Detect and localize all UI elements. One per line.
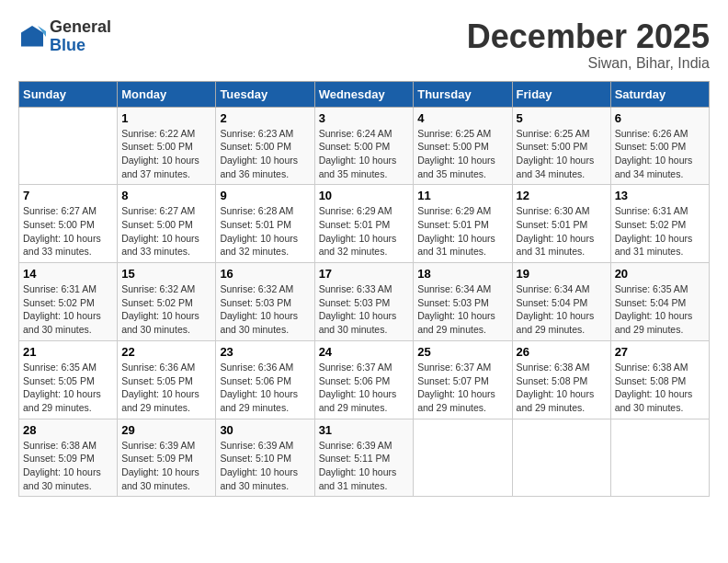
day-info: Sunrise: 6:27 AMSunset: 5:00 PMDaylight:… bbox=[121, 205, 199, 257]
day-info: Sunrise: 6:38 AMSunset: 5:08 PMDaylight:… bbox=[615, 362, 693, 413]
calendar-cell: 2Sunrise: 6:23 AMSunset: 5:00 PMDaylight… bbox=[216, 107, 314, 185]
calendar-cell: 1Sunrise: 6:22 AMSunset: 5:00 PMDaylight… bbox=[118, 107, 216, 185]
calendar-cell: 25Sunrise: 6:37 AMSunset: 5:07 PMDayligh… bbox=[414, 340, 512, 419]
calendar-cell: 20Sunrise: 6:35 AMSunset: 5:04 PMDayligh… bbox=[610, 263, 709, 341]
day-number: 10 bbox=[319, 189, 410, 202]
calendar-cell: 9Sunrise: 6:28 AMSunset: 5:01 PMDaylight… bbox=[216, 185, 314, 263]
month-title: December 2025 bbox=[467, 18, 710, 55]
day-number: 6 bbox=[615, 111, 705, 125]
day-number: 23 bbox=[220, 345, 310, 359]
day-number: 5 bbox=[517, 111, 607, 125]
day-info: Sunrise: 6:26 AMSunset: 5:00 PMDaylight:… bbox=[615, 128, 693, 179]
day-header-thursday: Thursday bbox=[414, 81, 512, 107]
calendar-cell: 27Sunrise: 6:38 AMSunset: 5:08 PMDayligh… bbox=[610, 340, 709, 419]
day-info: Sunrise: 6:25 AMSunset: 5:00 PMDaylight:… bbox=[417, 128, 495, 179]
svg-marker-0 bbox=[21, 26, 43, 47]
day-number: 26 bbox=[517, 345, 607, 359]
calendar-cell: 22Sunrise: 6:36 AMSunset: 5:05 PMDayligh… bbox=[118, 340, 216, 419]
day-info: Sunrise: 6:33 AMSunset: 5:03 PMDaylight:… bbox=[319, 283, 397, 335]
day-number: 2 bbox=[220, 111, 310, 125]
day-number: 8 bbox=[121, 189, 211, 202]
day-number: 31 bbox=[319, 423, 410, 437]
day-info: Sunrise: 6:37 AMSunset: 5:07 PMDaylight:… bbox=[417, 362, 495, 413]
calendar-cell: 30Sunrise: 6:39 AMSunset: 5:10 PMDayligh… bbox=[216, 419, 314, 497]
logo-general-text: General bbox=[50, 17, 111, 36]
day-info: Sunrise: 6:35 AMSunset: 5:05 PMDaylight:… bbox=[23, 362, 101, 413]
day-number: 21 bbox=[23, 345, 113, 359]
day-info: Sunrise: 6:29 AMSunset: 5:01 PMDaylight:… bbox=[417, 205, 495, 257]
day-number: 9 bbox=[220, 189, 310, 202]
day-info: Sunrise: 6:32 AMSunset: 5:03 PMDaylight:… bbox=[220, 283, 298, 335]
calendar-cell: 12Sunrise: 6:30 AMSunset: 5:01 PMDayligh… bbox=[512, 185, 610, 263]
day-info: Sunrise: 6:22 AMSunset: 5:00 PMDaylight:… bbox=[121, 128, 199, 179]
logo: General Blue bbox=[18, 18, 111, 55]
day-number: 16 bbox=[220, 267, 310, 281]
calendar-cell: 10Sunrise: 6:29 AMSunset: 5:01 PMDayligh… bbox=[314, 185, 414, 263]
day-number: 27 bbox=[615, 345, 705, 359]
day-header-monday: Monday bbox=[118, 81, 216, 107]
calendar-cell: 29Sunrise: 6:39 AMSunset: 5:09 PMDayligh… bbox=[118, 419, 216, 497]
calendar-cell: 8Sunrise: 6:27 AMSunset: 5:00 PMDaylight… bbox=[118, 185, 216, 263]
day-number: 22 bbox=[121, 345, 211, 359]
day-info: Sunrise: 6:36 AMSunset: 5:06 PMDaylight:… bbox=[220, 362, 298, 413]
calendar-week-3: 14Sunrise: 6:31 AMSunset: 5:02 PMDayligh… bbox=[19, 263, 710, 341]
calendar-cell: 26Sunrise: 6:38 AMSunset: 5:08 PMDayligh… bbox=[512, 340, 610, 419]
calendar-cell: 3Sunrise: 6:24 AMSunset: 5:00 PMDaylight… bbox=[314, 107, 414, 185]
day-info: Sunrise: 6:28 AMSunset: 5:01 PMDaylight:… bbox=[220, 205, 298, 257]
day-number: 18 bbox=[417, 267, 507, 281]
day-info: Sunrise: 6:29 AMSunset: 5:01 PMDaylight:… bbox=[319, 205, 397, 257]
calendar-cell: 14Sunrise: 6:31 AMSunset: 5:02 PMDayligh… bbox=[19, 263, 118, 341]
location-title: Siwan, Bihar, India bbox=[467, 55, 710, 72]
day-number: 15 bbox=[121, 267, 211, 281]
day-info: Sunrise: 6:31 AMSunset: 5:02 PMDaylight:… bbox=[615, 205, 693, 257]
day-info: Sunrise: 6:39 AMSunset: 5:09 PMDaylight:… bbox=[121, 440, 199, 491]
calendar-week-2: 7Sunrise: 6:27 AMSunset: 5:00 PMDaylight… bbox=[19, 185, 710, 263]
calendar-table: SundayMondayTuesdayWednesdayThursdayFrid… bbox=[18, 81, 710, 498]
day-number: 30 bbox=[220, 423, 310, 437]
calendar-cell: 13Sunrise: 6:31 AMSunset: 5:02 PMDayligh… bbox=[610, 185, 709, 263]
day-header-sunday: Sunday bbox=[19, 81, 118, 107]
day-info: Sunrise: 6:25 AMSunset: 5:00 PMDaylight:… bbox=[517, 128, 595, 179]
day-number: 20 bbox=[615, 267, 705, 281]
day-number: 7 bbox=[23, 189, 113, 202]
day-header-saturday: Saturday bbox=[610, 81, 709, 107]
day-info: Sunrise: 6:35 AMSunset: 5:04 PMDaylight:… bbox=[615, 283, 693, 335]
day-info: Sunrise: 6:23 AMSunset: 5:00 PMDaylight:… bbox=[220, 128, 298, 179]
calendar-cell: 23Sunrise: 6:36 AMSunset: 5:06 PMDayligh… bbox=[216, 340, 314, 419]
logo-blue-text: Blue bbox=[50, 36, 85, 54]
day-info: Sunrise: 6:24 AMSunset: 5:00 PMDaylight:… bbox=[319, 128, 397, 179]
day-number: 4 bbox=[417, 111, 507, 125]
day-info: Sunrise: 6:39 AMSunset: 5:10 PMDaylight:… bbox=[220, 440, 298, 491]
calendar-cell: 18Sunrise: 6:34 AMSunset: 5:03 PMDayligh… bbox=[414, 263, 512, 341]
calendar-cell: 17Sunrise: 6:33 AMSunset: 5:03 PMDayligh… bbox=[314, 263, 414, 341]
calendar-cell: 7Sunrise: 6:27 AMSunset: 5:00 PMDaylight… bbox=[19, 185, 118, 263]
logo-icon bbox=[18, 23, 46, 51]
header: General Blue December 2025 Siwan, Bihar,… bbox=[18, 18, 710, 72]
calendar-week-5: 28Sunrise: 6:38 AMSunset: 5:09 PMDayligh… bbox=[19, 419, 710, 497]
day-info: Sunrise: 6:32 AMSunset: 5:02 PMDaylight:… bbox=[121, 283, 199, 335]
day-info: Sunrise: 6:39 AMSunset: 5:11 PMDaylight:… bbox=[319, 440, 397, 491]
day-number: 1 bbox=[121, 111, 211, 125]
calendar-cell bbox=[19, 107, 118, 185]
calendar-cell: 6Sunrise: 6:26 AMSunset: 5:00 PMDaylight… bbox=[610, 107, 709, 185]
calendar-week-1: 1Sunrise: 6:22 AMSunset: 5:00 PMDaylight… bbox=[19, 107, 710, 185]
day-info: Sunrise: 6:27 AMSunset: 5:00 PMDaylight:… bbox=[23, 205, 101, 257]
day-info: Sunrise: 6:38 AMSunset: 5:08 PMDaylight:… bbox=[517, 362, 595, 413]
day-number: 11 bbox=[417, 189, 507, 202]
day-number: 29 bbox=[121, 423, 211, 437]
day-info: Sunrise: 6:31 AMSunset: 5:02 PMDaylight:… bbox=[23, 283, 101, 335]
day-number: 13 bbox=[615, 189, 705, 202]
day-info: Sunrise: 6:34 AMSunset: 5:04 PMDaylight:… bbox=[517, 283, 595, 335]
calendar-cell: 4Sunrise: 6:25 AMSunset: 5:00 PMDaylight… bbox=[414, 107, 512, 185]
calendar-header-row: SundayMondayTuesdayWednesdayThursdayFrid… bbox=[19, 81, 710, 107]
day-number: 19 bbox=[517, 267, 607, 281]
calendar-cell: 5Sunrise: 6:25 AMSunset: 5:00 PMDaylight… bbox=[512, 107, 610, 185]
calendar-cell bbox=[610, 419, 709, 497]
calendar-cell: 15Sunrise: 6:32 AMSunset: 5:02 PMDayligh… bbox=[118, 263, 216, 341]
calendar-cell: 19Sunrise: 6:34 AMSunset: 5:04 PMDayligh… bbox=[512, 263, 610, 341]
day-number: 24 bbox=[319, 345, 410, 359]
day-header-wednesday: Wednesday bbox=[314, 81, 414, 107]
day-info: Sunrise: 6:37 AMSunset: 5:06 PMDaylight:… bbox=[319, 362, 397, 413]
calendar-body: 1Sunrise: 6:22 AMSunset: 5:00 PMDaylight… bbox=[19, 107, 710, 497]
day-number: 14 bbox=[23, 267, 113, 281]
